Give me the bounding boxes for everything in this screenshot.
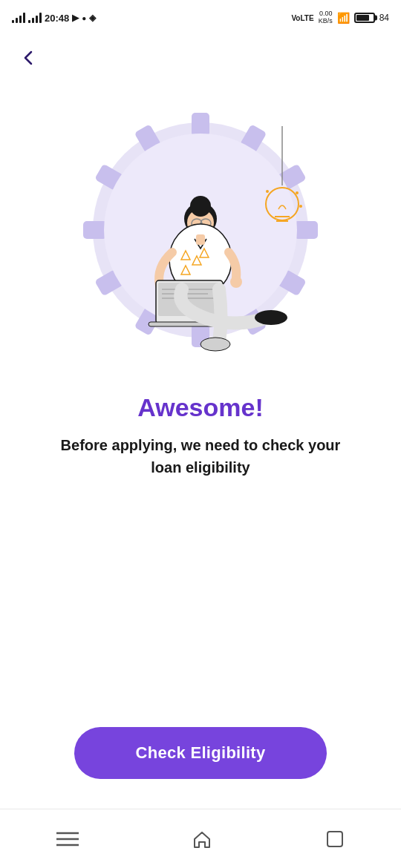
svg-point-19 — [266, 190, 269, 193]
dot-icon: ● — [82, 14, 86, 22]
top-nav — [0, 36, 401, 74]
awesome-title: Awesome! — [45, 393, 356, 422]
svg-rect-43 — [196, 234, 205, 245]
main-content: Awesome! Before applying, we need to che… — [0, 74, 401, 809]
battery-icon — [354, 13, 375, 23]
media-icon: ▶ — [72, 13, 79, 23]
svg-point-20 — [299, 205, 302, 208]
bottom-nav-menu-button[interactable] — [42, 823, 94, 855]
volte-label: VoLTE — [291, 14, 313, 22]
back-button[interactable] — [15, 42, 42, 74]
text-content: Awesome! Before applying, we need to che… — [30, 393, 371, 479]
recent-apps-icon — [325, 829, 345, 849]
illustration-container — [59, 89, 342, 371]
svg-rect-4 — [294, 221, 318, 239]
gear-illustration — [59, 89, 342, 371]
svg-point-18 — [296, 191, 299, 194]
status-bar: 20:48 ▶ ● ◈ VoLTE 0.00 KB/s 📶 84 — [0, 0, 401, 36]
signal-icon-2 — [28, 13, 42, 23]
description-text: Before applying, we need to check your l… — [45, 434, 356, 479]
speed-display: 0.00 KB/s — [319, 10, 333, 25]
hamburger-menu-icon — [56, 831, 79, 847]
home-icon — [192, 829, 212, 849]
svg-rect-47 — [327, 832, 342, 846]
svg-point-42 — [200, 338, 230, 351]
check-eligibility-button[interactable]: Check Eligibility — [74, 727, 327, 779]
status-left: 20:48 ▶ ● ◈ — [12, 13, 96, 24]
bottom-nav — [0, 809, 401, 868]
button-area: Check Eligibility — [30, 727, 371, 809]
svg-point-41 — [255, 310, 287, 325]
svg-rect-1 — [192, 113, 209, 137]
back-arrow-icon — [18, 47, 39, 68]
bottom-nav-home-button[interactable] — [177, 821, 227, 857]
svg-rect-10 — [83, 221, 107, 239]
vpn-icon: ◈ — [89, 13, 96, 23]
svg-point-34 — [230, 276, 242, 288]
battery-fill — [356, 15, 369, 21]
wifi-icon: 📶 — [337, 12, 350, 24]
signal-icon-1 — [12, 13, 25, 23]
bottom-nav-back-button[interactable] — [310, 822, 359, 856]
svg-point-23 — [190, 196, 211, 217]
status-right: VoLTE 0.00 KB/s 📶 84 — [291, 10, 389, 25]
time-display: 20:48 — [45, 13, 69, 24]
battery-percent: 84 — [379, 13, 389, 23]
